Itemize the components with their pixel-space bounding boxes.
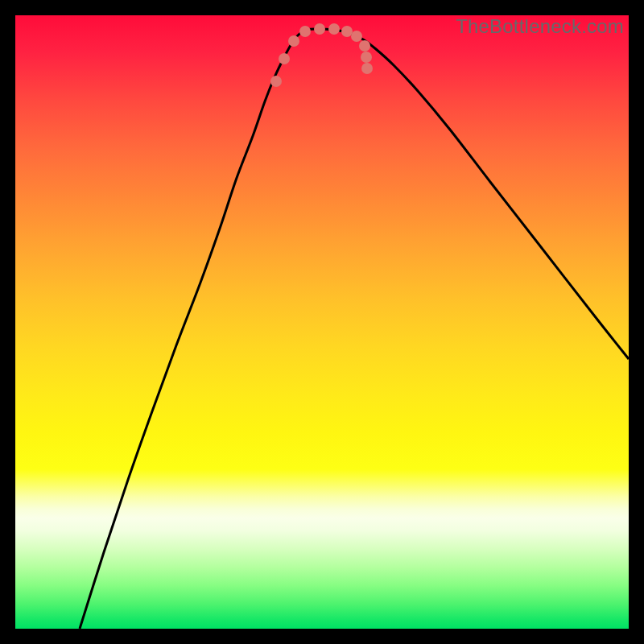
bottleneck-curve-path [80,29,629,629]
trough-marker [361,52,372,63]
trough-marker [341,26,353,37]
chart-plot-area: TheBottleneck.com [15,15,629,629]
trough-marker [359,40,370,52]
trough-marker-group [270,23,373,87]
trough-marker [314,23,325,35]
bottleneck-curve-svg [15,15,629,629]
trough-marker [351,31,362,42]
watermark-text: TheBottleneck.com [456,15,624,38]
chart-frame: TheBottleneck.com [0,0,644,644]
trough-marker [279,53,290,64]
trough-marker [361,63,373,74]
trough-marker [299,26,311,37]
trough-marker [270,76,282,87]
trough-marker [328,23,340,35]
trough-marker [288,35,299,47]
